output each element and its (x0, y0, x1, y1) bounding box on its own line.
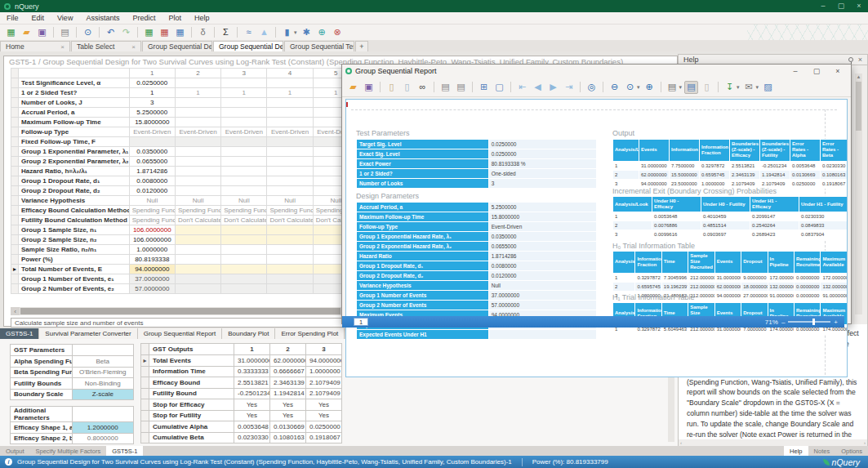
menu-item[interactable]: Plot (162, 12, 188, 25)
compass-icon[interactable]: ◎ (585, 81, 599, 94)
table-cell[interactable]: Event-Driven (221, 127, 267, 137)
table-cell[interactable]: Spending Func... (267, 206, 313, 216)
table-cell[interactable] (11, 127, 19, 137)
table-cell[interactable] (11, 88, 19, 98)
zoom-out-icon[interactable]: ⊖ (608, 81, 621, 94)
tab-group-sequential-design-1[interactable]: Group Sequential Des...× (142, 41, 212, 51)
table-cell[interactable]: 106.0000000 (129, 235, 175, 245)
table-cell[interactable] (267, 245, 313, 255)
pin-icon[interactable] (848, 57, 853, 62)
table-cell[interactable]: Yes (270, 399, 306, 411)
table-cell[interactable]: Efficacy Shape 2, b(α) (11, 433, 73, 444)
print-icon[interactable]: ▤ (438, 81, 452, 94)
table-cell[interactable]: Non-Binding (72, 378, 134, 390)
tab-group-sequential-design-2[interactable]: Group Sequential Des...× (213, 41, 283, 51)
scroll-right-icon[interactable]: › (864, 440, 866, 445)
table-cell[interactable] (175, 108, 220, 118)
table-cell[interactable] (221, 98, 267, 108)
table-cell[interactable] (175, 235, 220, 245)
column-header[interactable]: 4 (267, 69, 313, 78)
delete-table-icon[interactable]: ▦ (158, 26, 171, 39)
table-cell[interactable]: 0.1080163 (270, 432, 306, 443)
table-cell[interactable]: Futility Bound (149, 388, 234, 399)
table-cell[interactable] (267, 235, 313, 245)
table-cell[interactable] (175, 167, 220, 176)
table-cell[interactable]: Null (175, 196, 220, 206)
table-cell[interactable]: Group 1 Dropout Rate, d₁ (19, 176, 130, 186)
zoom-in-icon[interactable]: ⊕ (643, 81, 657, 94)
maximize-icon[interactable]: ▢ (808, 66, 826, 77)
help-vscrollbar[interactable]: ▲ (855, 74, 862, 314)
zoom-slider[interactable] (788, 321, 830, 323)
column-header[interactable]: Additional Parameters (11, 407, 73, 422)
table-cell[interactable]: ▸ (141, 355, 149, 367)
table-cell[interactable]: Alpha Spending Function (11, 356, 73, 368)
table-cell[interactable] (221, 274, 267, 284)
table-cell[interactable]: Group 1 Number of Events, e₁ (19, 274, 130, 284)
table-cell[interactable]: Spending Func... (129, 216, 175, 225)
table-cell[interactable] (11, 147, 19, 157)
table-cell[interactable]: Number of Looks, J (19, 98, 130, 108)
table-cell[interactable] (267, 284, 313, 294)
notes-tab[interactable]: Notes (808, 446, 836, 456)
table-cell[interactable] (175, 78, 220, 88)
table-cell[interactable]: Test Significance Level, α (19, 78, 130, 88)
table-cell[interactable]: 31.0000000 (234, 355, 270, 367)
table-cell[interactable] (141, 377, 149, 389)
column-header[interactable]: 2 (270, 344, 306, 355)
table-cell[interactable] (221, 78, 267, 88)
table-cell[interactable] (175, 157, 220, 167)
zoom-minus-icon[interactable]: – (781, 319, 785, 326)
maximize-icon[interactable]: ▢ (833, 1, 849, 11)
paste-icon[interactable]: ▯ (385, 81, 398, 94)
table-cell[interactable] (11, 176, 19, 186)
table-cell[interactable]: Group 2 Exponential Parameter, λ₂ (19, 157, 130, 167)
email-icon-dropdown[interactable]: ▾ (756, 84, 759, 91)
table-cell[interactable]: Group 1 Sample Size, n₁ (19, 225, 130, 235)
table-cell[interactable] (175, 274, 220, 284)
table-grid-icon[interactable]: ⊞ (477, 81, 491, 94)
scroll-up-icon[interactable]: ▲ (855, 74, 862, 81)
line-plot-icon[interactable]: ≈ (242, 26, 256, 39)
zoom-icon-dropdown[interactable]: ▾ (637, 84, 640, 91)
table-cell[interactable] (11, 274, 19, 284)
last-page-icon[interactable]: ⇥ (562, 81, 576, 94)
close-tab-icon[interactable]: × (60, 43, 65, 51)
table-cell[interactable] (267, 98, 313, 108)
table-cell[interactable]: 1.8714286 (129, 167, 175, 176)
table-cell[interactable]: 0.0655000 (129, 157, 175, 167)
close-icon[interactable]: × (851, 1, 867, 11)
save-icon[interactable]: ▣ (362, 81, 376, 94)
first-page-icon[interactable]: ⇤ (515, 81, 529, 94)
multi-page-icon[interactable]: ▯ (700, 81, 714, 94)
table-cell[interactable] (175, 186, 220, 196)
table-cell[interactable]: Null (129, 196, 175, 206)
zoom-icon[interactable]: ⊙ (623, 81, 637, 94)
table-cell[interactable] (267, 176, 313, 186)
table-cell[interactable] (267, 118, 313, 127)
table-cell[interactable]: 106.0000000 (129, 225, 175, 235)
menu-item[interactable]: Assistants (79, 12, 126, 25)
column-header[interactable]: 3 (221, 69, 267, 78)
table-cell[interactable]: Don't Calculate (267, 216, 313, 225)
table-cell[interactable]: Accrual Period, a (19, 108, 130, 118)
table-cell[interactable]: 1.2000000 (72, 422, 134, 434)
table-cell[interactable]: 0.0053648 (234, 421, 270, 433)
table-cell[interactable]: Total Events (149, 355, 234, 367)
table-cell[interactable] (221, 255, 267, 265)
scroll-left-icon[interactable]: ‹ (680, 440, 682, 445)
table-cell[interactable] (11, 137, 19, 147)
table-cell[interactable]: 1 (267, 88, 313, 98)
table-cell[interactable]: 62.0000000 (270, 355, 306, 367)
email-icon[interactable]: ✉ (742, 81, 756, 94)
table-cell[interactable] (221, 245, 267, 255)
table-cell[interactable] (267, 225, 313, 235)
table-cell[interactable]: 94.0000000 (129, 265, 175, 274)
report-titlebar[interactable]: Group Sequential Report –▢× (342, 65, 851, 78)
table-cell[interactable] (221, 118, 267, 127)
open-icon[interactable]: ▰ (20, 26, 33, 39)
table-cell[interactable]: Yes (234, 410, 270, 421)
table-cell[interactable] (175, 176, 220, 186)
table-cell[interactable]: Yes (234, 399, 270, 411)
bar-chart-icon[interactable]: ▮ (280, 26, 294, 39)
